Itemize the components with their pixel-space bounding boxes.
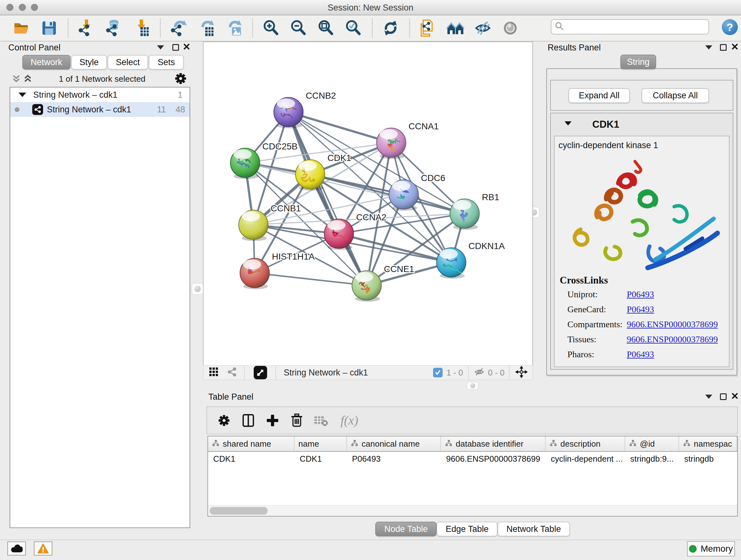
control-panel-menu-icon[interactable] — [157, 45, 164, 50]
column-header-canonical-name[interactable]: canonical name — [347, 436, 441, 451]
table-cell[interactable]: cyclin-dependent ... — [546, 452, 625, 466]
table-cell[interactable]: stringdb — [679, 452, 737, 466]
zoom-fit-button[interactable] — [314, 17, 337, 39]
control-panel-close-icon[interactable]: ✕ — [183, 44, 191, 51]
edge-HIST1H1A-CCNE1[interactable] — [255, 273, 367, 286]
first-neighbors-button[interactable] — [444, 17, 467, 39]
function-builder-icon[interactable]: f(x) — [340, 413, 358, 428]
table-cell[interactable]: stringdb:9... — [625, 452, 679, 466]
expand-all-button[interactable]: Expand All — [568, 88, 630, 103]
column-label: database identifier — [456, 439, 523, 449]
tab-node-table[interactable]: Node Table — [375, 522, 436, 537]
apply-layout-button[interactable] — [379, 17, 402, 39]
hidden-count: 0 - 0 — [488, 368, 504, 378]
automation-cloud-button[interactable] — [7, 542, 26, 556]
node-RB1[interactable]: RB1 — [450, 192, 499, 230]
node-CDKN1A[interactable]: CDKN1A — [436, 241, 505, 279]
horizontal-splitter-handle[interactable] — [467, 382, 478, 389]
zoom-in-button[interactable] — [259, 17, 282, 39]
delete-row-trash-icon[interactable] — [287, 411, 307, 430]
zoom-out-button[interactable] — [287, 17, 310, 39]
left-splitter-handle[interactable] — [192, 283, 203, 295]
export-network-button[interactable] — [167, 17, 190, 39]
network-node-count: 11 — [157, 105, 166, 115]
delete-table-icon[interactable] — [311, 411, 331, 430]
tab-sets[interactable]: Sets — [149, 55, 184, 70]
table-cell[interactable]: CDK1 — [208, 452, 294, 466]
network-row-selected[interactable]: String Network – cdk1 11 48 — [10, 102, 190, 117]
import-network-from-database-button[interactable] — [103, 17, 125, 39]
birdseye-view-button[interactable] — [254, 366, 267, 379]
new-network-from-selection-button[interactable] — [416, 17, 440, 39]
tab-edge-table[interactable]: Edge Table — [436, 522, 497, 537]
table-cell[interactable]: P06493 — [347, 452, 441, 466]
search-input[interactable] — [564, 22, 704, 32]
column-header-shared-name[interactable]: shared name — [208, 436, 294, 451]
tab-network-table[interactable]: Network Table — [497, 522, 570, 537]
control-panel-float-icon[interactable] — [172, 44, 179, 51]
column-header-name[interactable]: name — [294, 436, 347, 451]
cdk1-expander-icon[interactable] — [564, 121, 571, 125]
network-collection-row[interactable]: String Network – cdk1 1 — [10, 87, 190, 102]
import-network-from-file-button[interactable] — [75, 17, 98, 39]
results-panel-menu-icon[interactable] — [705, 45, 712, 50]
selected-checkbox-icon[interactable] — [433, 368, 443, 377]
table-settings-gear-icon[interactable] — [214, 411, 234, 430]
crosslink-link[interactable]: 9606.ENSP00000378699 — [627, 319, 718, 329]
tab-style[interactable]: Style — [71, 55, 107, 70]
table-panel-close-icon[interactable]: ✕ — [731, 393, 739, 400]
gear-icon[interactable] — [175, 73, 186, 85]
show-all-button[interactable] — [499, 17, 522, 39]
hide-selected-button[interactable] — [471, 17, 494, 39]
add-column-icon[interactable] — [239, 411, 258, 430]
import-table-from-file-button[interactable] — [130, 17, 153, 39]
results-panel-close-icon[interactable]: ✕ — [731, 44, 739, 51]
tab-select[interactable]: Select — [108, 55, 148, 70]
save-session-button[interactable] — [38, 17, 61, 39]
column-header-@id[interactable]: @id — [625, 436, 679, 451]
network-canvas[interactable]: CCNB2CCNA1CDC25BCDK1CDC6RB1CCNB1CCNA2CDK… — [203, 42, 533, 365]
expand-all-chevron-icon[interactable] — [23, 74, 32, 85]
table-cell[interactable]: CDK1 — [294, 452, 347, 466]
collection-expander-icon[interactable] — [18, 92, 26, 97]
scrollbar-thumb[interactable] — [210, 507, 268, 515]
add-row-plus-icon[interactable] — [263, 411, 282, 430]
collapse-all-chevron-icon[interactable] — [11, 74, 21, 85]
table-cell[interactable]: 9606.ENSP00000378699 — [441, 452, 546, 466]
collapse-all-button[interactable]: Collapse All — [642, 88, 709, 103]
node-label-CCNB2: CCNB2 — [306, 91, 336, 101]
edge-CCNB2-CCNA1[interactable] — [288, 112, 391, 143]
table-horizontal-scrollbar[interactable] — [208, 505, 737, 516]
column-header-namespac[interactable]: namespac — [679, 436, 737, 451]
column-label: namespac — [694, 439, 732, 449]
export-image-button[interactable] — [222, 17, 245, 39]
column-label: description — [560, 439, 601, 449]
node-HIST1H1A[interactable]: HIST1H1A — [240, 252, 315, 289]
table-panel-menu-icon[interactable] — [705, 395, 712, 399]
node-CCNE1[interactable]: CCNE1 — [352, 264, 414, 302]
crosslink-link[interactable]: P06493 — [627, 304, 654, 314]
table-row[interactable]: CDK1CDK1P064939606.ENSP00000378699cyclin… — [208, 452, 737, 466]
tab-network[interactable]: Network — [22, 55, 71, 70]
zoom-selected-button[interactable] — [342, 17, 365, 39]
help-button[interactable]: ? — [722, 19, 738, 35]
warnings-button[interactable] — [34, 542, 52, 556]
node-label-CDKN1A: CDKN1A — [468, 241, 505, 251]
grid-view-icon[interactable] — [209, 367, 219, 378]
column-header-database-identifier[interactable]: database identifier — [441, 436, 546, 451]
memory-button[interactable]: Memory — [687, 541, 735, 557]
crosslink-link[interactable]: P06493 — [627, 289, 654, 300]
crosslink-row-genecard: GeneCard:P06493 — [567, 304, 727, 319]
node-CCNA1[interactable]: CCNA1 — [377, 121, 439, 159]
move-crosshair-icon[interactable] — [515, 366, 528, 379]
export-table-button[interactable] — [195, 17, 218, 39]
column-header-description[interactable]: description — [546, 436, 625, 451]
results-entry-name: CDK1 — [592, 119, 619, 130]
crosslink-link[interactable]: P06493 — [627, 349, 654, 360]
tab-string[interactable]: String — [620, 55, 656, 69]
results-panel-float-icon[interactable] — [720, 44, 727, 51]
open-session-button[interactable] — [10, 17, 33, 39]
crosslink-link[interactable]: 9606.ENSP00000378699 — [627, 334, 718, 345]
table-panel-float-icon[interactable] — [720, 393, 727, 400]
share-view-icon[interactable] — [227, 367, 237, 378]
